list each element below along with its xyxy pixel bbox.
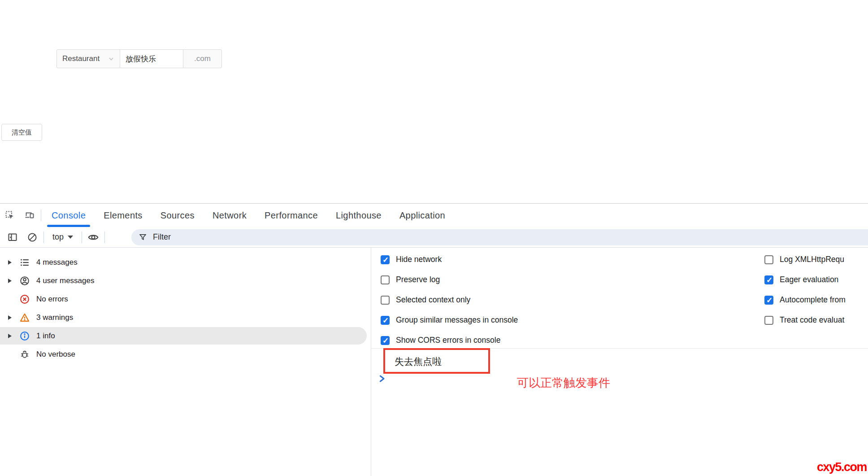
watermark-text: cxy5.com xyxy=(817,460,867,474)
sidebar-item-verbose[interactable]: No verbose xyxy=(0,345,371,363)
inspect-element-icon[interactable] xyxy=(0,204,20,227)
setting-eager-evaluation[interactable]: Eager evaluation xyxy=(764,270,868,290)
expand-arrow-icon[interactable] xyxy=(8,279,12,283)
tab-application[interactable]: Application xyxy=(391,204,454,227)
warning-icon xyxy=(19,312,30,323)
setting-label: Preserve log xyxy=(396,275,440,284)
setting-label: Log XMLHttpRequ xyxy=(780,255,844,264)
sidebar-item-messages[interactable]: 4 messages xyxy=(0,253,371,271)
checkbox[interactable] xyxy=(764,296,773,305)
console-settings-right: Log XMLHttpRequ Eager evaluation Autocom… xyxy=(764,249,868,330)
console-prompt-chevron-icon xyxy=(378,374,386,383)
name-input[interactable] xyxy=(121,54,182,63)
sidebar-item-info[interactable]: 1 info xyxy=(0,327,371,345)
caret-down-icon xyxy=(68,236,73,239)
console-filter-box[interactable] xyxy=(131,229,868,245)
tab-network[interactable]: Network xyxy=(204,204,256,227)
tab-console-label: Console xyxy=(52,210,86,221)
setting-show-cors[interactable]: Show CORS errors in console xyxy=(381,330,518,350)
checkbox[interactable] xyxy=(764,275,773,284)
tab-lighthouse-label: Lighthouse xyxy=(336,210,382,221)
list-icon xyxy=(19,257,30,268)
clear-console-icon[interactable] xyxy=(22,228,42,246)
domain-input-group: Restaurant .com xyxy=(56,49,222,68)
console-content: 4 messages 4 user messages No errors xyxy=(0,248,868,476)
setting-group-similar[interactable]: Group similar messages in console xyxy=(381,310,518,330)
setting-selected-context-only[interactable]: Selected context only xyxy=(381,290,518,310)
checkbox[interactable] xyxy=(381,255,390,264)
tab-elements[interactable]: Elements xyxy=(95,204,152,227)
console-main: Hide network Preserve log Selected conte… xyxy=(371,248,868,476)
execution-context-selector[interactable]: top xyxy=(45,232,80,242)
name-input-wrap xyxy=(120,49,183,68)
annotation-note-text: 可以正常触发事件 xyxy=(517,375,610,391)
checkbox[interactable] xyxy=(381,336,390,345)
sidebar-item-label: No verbose xyxy=(36,350,75,359)
setting-label: Treat code evaluat xyxy=(780,315,844,325)
checkbox[interactable] xyxy=(764,255,773,264)
toolbar-separator xyxy=(104,231,105,243)
domain-suffix-label: .com xyxy=(194,54,211,63)
tab-lighthouse[interactable]: Lighthouse xyxy=(327,204,391,227)
domain-suffix-addon: .com xyxy=(183,49,222,68)
checkbox[interactable] xyxy=(381,275,390,284)
setting-label: Eager evaluation xyxy=(780,275,838,284)
console-sidebar-toggle-icon[interactable] xyxy=(3,228,22,246)
setting-label: Hide network xyxy=(396,255,442,264)
tab-sources[interactable]: Sources xyxy=(152,204,204,227)
tab-performance-label: Performance xyxy=(265,210,318,221)
tab-console[interactable]: Console xyxy=(43,204,95,227)
expand-arrow-icon[interactable] xyxy=(8,315,12,320)
info-icon xyxy=(19,331,30,341)
toolbar-separator xyxy=(43,231,44,243)
tab-performance[interactable]: Performance xyxy=(256,204,327,227)
filter-funnel-icon xyxy=(139,233,147,241)
setting-hide-network[interactable]: Hide network xyxy=(381,249,518,270)
setting-autocomplete[interactable]: Autocomplete from xyxy=(764,290,868,310)
error-icon xyxy=(19,294,30,305)
console-sidebar: 4 messages 4 user messages No errors xyxy=(0,248,371,476)
tab-network-label: Network xyxy=(213,210,247,221)
tabbar-separator xyxy=(41,210,41,221)
filter-input[interactable] xyxy=(152,232,288,242)
checkbox[interactable] xyxy=(381,296,390,305)
toolbar-separator xyxy=(82,231,82,243)
setting-label: Show CORS errors in console xyxy=(396,336,500,345)
checkbox[interactable] xyxy=(381,316,390,325)
tab-sources-label: Sources xyxy=(161,210,195,221)
setting-preserve-log[interactable]: Preserve log xyxy=(381,270,518,290)
tab-elements-label: Elements xyxy=(104,210,143,221)
setting-label: Selected context only xyxy=(396,295,470,305)
annotation-highlight-box xyxy=(383,348,490,374)
sidebar-item-errors[interactable]: No errors xyxy=(0,290,371,308)
setting-treat-code-eval[interactable]: Treat code evaluat xyxy=(764,310,868,330)
sidebar-item-warnings[interactable]: 3 warnings xyxy=(0,308,371,327)
expand-arrow-icon[interactable] xyxy=(8,260,12,265)
devtools-tabbar: Console Elements Sources Network Perform… xyxy=(0,204,868,227)
category-select-value: Restaurant xyxy=(62,54,100,63)
context-selector-value: top xyxy=(52,232,64,242)
sidebar-item-label: 3 warnings xyxy=(36,313,73,322)
setting-label: Autocomplete from xyxy=(780,295,846,305)
checkbox[interactable] xyxy=(764,316,773,325)
category-select[interactable]: Restaurant xyxy=(56,49,120,68)
sidebar-item-label: 4 messages xyxy=(36,258,78,267)
screen: Restaurant .com 清空值 Console Elements Sou… xyxy=(0,0,868,476)
sidebar-item-label: 1 info xyxy=(36,332,55,341)
console-prompt[interactable] xyxy=(378,374,388,385)
live-expression-eye-icon[interactable] xyxy=(83,228,103,246)
sidebar-item-user-messages[interactable]: 4 user messages xyxy=(0,271,371,290)
console-toolbar: top xyxy=(0,227,868,248)
expand-arrow-icon[interactable] xyxy=(8,334,12,338)
console-settings-left: Hide network Preserve log Selected conte… xyxy=(381,249,518,350)
chevron-down-icon xyxy=(108,56,114,62)
setting-label: Group similar messages in console xyxy=(396,315,518,325)
bug-icon xyxy=(19,349,30,360)
device-toolbar-icon[interactable] xyxy=(20,204,39,227)
devtools-panel: Console Elements Sources Network Perform… xyxy=(0,203,868,476)
clear-value-button[interactable]: 清空值 xyxy=(1,124,42,141)
user-icon xyxy=(19,275,30,286)
sidebar-item-label: No errors xyxy=(36,295,68,304)
setting-log-xhr[interactable]: Log XMLHttpRequ xyxy=(764,249,868,270)
sidebar-item-label: 4 user messages xyxy=(36,276,94,285)
